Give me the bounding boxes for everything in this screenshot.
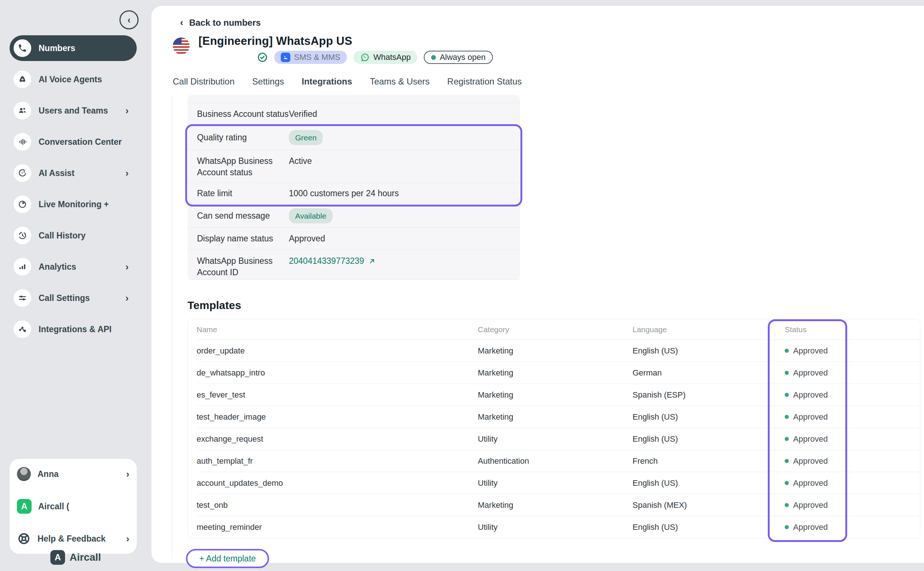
sidebar-item-ai-voice-agents[interactable]: AI Voice Agents: [9, 66, 137, 92]
template-status: Approved: [793, 368, 828, 378]
account-card: Anna › A Aircall ( Help & Feedback ›: [9, 459, 137, 554]
waveform-icon: [14, 133, 31, 151]
external-link-icon: [368, 257, 376, 265]
page-title: [Engineering] WhatsApp US: [198, 34, 352, 48]
table-row-es-fever-test[interactable]: es_fever_test Marketing Spanish (ESP) Ap…: [197, 384, 920, 406]
template-language: German: [632, 368, 780, 378]
approved-dot-icon: [785, 437, 789, 441]
check-circle-icon: [257, 52, 267, 62]
user-menu-item[interactable]: Anna ›: [17, 467, 129, 481]
open-status-dot-icon: [431, 55, 436, 60]
always-open-badge: Always open: [424, 51, 493, 64]
sms-mms-label: SMS & MMS: [294, 52, 340, 62]
templates-table-wrap: Name Category Language Status order_upda…: [187, 319, 920, 538]
sidebar-item-label: AI Assist: [39, 168, 118, 178]
sidebar-item-label: Users and Teams: [39, 106, 118, 116]
table-row-de-whatsapp-intro[interactable]: de_whatsapp_intro Marketing German Appro…: [197, 361, 920, 384]
quality-rating-badge: Green: [289, 130, 323, 145]
sidebar-item-ai-assist[interactable]: AI Assist ›: [9, 160, 137, 186]
back-to-numbers-link[interactable]: ‹ Back to numbers: [180, 17, 261, 28]
table-row-exchange-request[interactable]: exchange_request Utility English (US) Ap…: [197, 428, 920, 450]
detail-label: WhatsApp Business Account ID: [187, 255, 289, 278]
approved-dot-icon: [785, 393, 789, 397]
tab-teams-users[interactable]: Teams & Users: [370, 76, 430, 90]
sidebar-item-label: Analytics: [39, 262, 118, 272]
template-name: auth_templat_fr: [197, 456, 478, 466]
template-category: Marketing: [478, 412, 632, 422]
share-nodes-icon: [14, 320, 31, 338]
mms-image-icon: [281, 52, 290, 62]
aircall-admin-page: { "colors": { "accent_purple": "#7a5cf0"…: [0, 0, 924, 571]
waba-id-link[interactable]: 2040414339773239: [289, 255, 376, 267]
sidebar: ‹ Numbers AI Voice Agents Users and Team…: [0, 0, 151, 571]
detail-value: 2040414339773239: [289, 255, 520, 267]
sidebar-item-users-and-teams[interactable]: Users and Teams ›: [9, 98, 137, 123]
approved-dot-icon: [785, 503, 789, 507]
template-status: Approved: [793, 346, 828, 356]
sidebar-item-label: Integrations & API: [39, 324, 129, 334]
template-status: Approved: [793, 478, 828, 488]
chevron-right-icon: ›: [125, 168, 129, 178]
detail-row-rate-limit: Rate limit 1000 customers per 24 hours: [187, 183, 520, 204]
detail-row-partial: [187, 95, 520, 103]
template-name: es_fever_test: [197, 390, 478, 400]
tab-integrations[interactable]: Integrations: [302, 76, 352, 90]
us-flag-icon: [173, 37, 190, 54]
detail-value: Approved: [289, 233, 520, 244]
sidebar-item-live-monitoring[interactable]: Live Monitoring +: [9, 191, 137, 217]
sidebar-item-integrations-api[interactable]: Integrations & API: [9, 316, 137, 342]
whatsapp-label: WhatsApp: [374, 52, 411, 62]
whatsapp-details-card: Business Account status Verified Quality…: [187, 95, 520, 280]
template-language: Spanish (ESP): [632, 390, 780, 400]
template-name: test_onb: [197, 500, 478, 510]
aircall-brand: A Aircall: [0, 550, 151, 565]
detail-label: Rate limit: [187, 188, 289, 199]
sidebar-item-analytics[interactable]: Analytics ›: [9, 254, 137, 279]
template-category: Authentication: [478, 456, 632, 466]
table-row-meeting-reminder[interactable]: meeting_reminder Utility English (US) Ap…: [197, 516, 920, 538]
template-category: Marketing: [478, 346, 632, 356]
sidebar-item-conversation-center[interactable]: Conversation Center: [9, 129, 137, 155]
tab-settings[interactable]: Settings: [252, 76, 284, 90]
sidebar-item-numbers[interactable]: Numbers: [9, 35, 137, 61]
detail-row-waba-id: WhatsApp Business Account ID 20404143397…: [187, 250, 520, 280]
template-language: English (US): [632, 523, 780, 532]
sidebar-collapse-button[interactable]: ‹: [119, 10, 139, 29]
table-row-order-update[interactable]: order_update Marketing English (US) Appr…: [197, 340, 920, 361]
help-feedback-menu-item[interactable]: Help & Feedback ›: [17, 532, 129, 546]
detail-value: Verified: [289, 108, 520, 120]
template-status: Approved: [793, 412, 828, 422]
table-row-account-updates-demo[interactable]: account_updates_demo Utility English (US…: [197, 472, 920, 494]
detail-label: WhatsApp Business Account status: [187, 156, 289, 178]
templates-table-header: Name Category Language Status: [197, 319, 920, 340]
detail-row-waba-status: WhatsApp Business Account status Active: [187, 150, 520, 183]
tab-registration-status[interactable]: Registration Status: [447, 76, 522, 90]
can-send-message-badge: Available: [289, 208, 333, 224]
table-row-test-header-image[interactable]: test_header_image Marketing English (US)…: [197, 406, 920, 428]
template-category: Utility: [478, 434, 632, 444]
template-category: Marketing: [478, 390, 632, 400]
detail-value: 1000 customers per 24 hours: [289, 188, 520, 199]
detail-value: Active: [289, 156, 520, 167]
column-status: Status: [780, 325, 920, 334]
back-label: Back to numbers: [189, 18, 261, 28]
approved-dot-icon: [785, 459, 789, 463]
tab-call-distribution[interactable]: Call Distribution: [173, 76, 235, 90]
table-row-test-onb[interactable]: test_onb Marketing Spanish (MEX) Approve…: [197, 494, 920, 516]
number-badges: SMS & MMS WhatsApp Always open: [257, 51, 493, 64]
sidebar-nav: Numbers AI Voice Agents Users and Teams …: [9, 35, 137, 342]
column-category: Category: [478, 325, 632, 334]
sidebar-item-call-settings[interactable]: Call Settings ›: [9, 285, 137, 311]
main-content: ‹ Back to numbers [Engineering] WhatsApp…: [151, 6, 924, 563]
template-status: Approved: [793, 390, 828, 400]
aircall-org-icon: A: [17, 499, 32, 514]
template-status: Approved: [793, 434, 828, 444]
chevron-right-icon: ›: [126, 534, 129, 543]
table-row-auth-templat-fr[interactable]: auth_templat_fr Authentication French Ap…: [197, 450, 920, 472]
add-template-button[interactable]: + Add template: [186, 549, 269, 568]
sidebar-item-call-history[interactable]: Call History: [9, 223, 137, 248]
approved-dot-icon: [785, 349, 789, 353]
sidebar-item-label: Call History: [39, 231, 129, 241]
templates-table: Name Category Language Status order_upda…: [187, 319, 920, 538]
organization-menu-item[interactable]: A Aircall (: [17, 499, 129, 514]
